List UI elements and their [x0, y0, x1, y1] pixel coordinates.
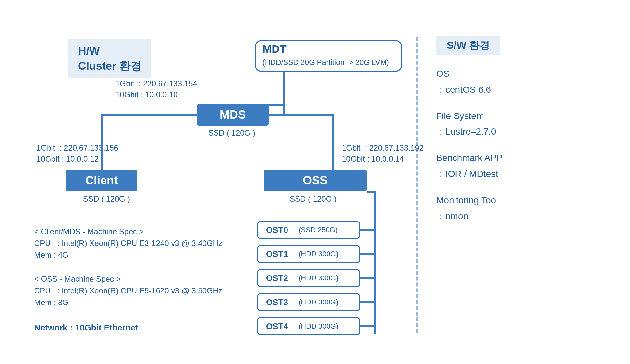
mds-node: MDS	[197, 104, 269, 126]
connector	[360, 229, 374, 231]
connector	[374, 191, 376, 334]
client-node: Client	[66, 170, 137, 191]
hw-title: H/W Cluster 환경	[68, 39, 151, 78]
mdt-subtitle: (HDD/SSD 20G Partition -> 20G LVM)	[262, 58, 389, 67]
mdt-title: MDT	[262, 43, 287, 55]
hw-title-line1: H/W	[78, 44, 142, 59]
sw-os-heading: OS	[436, 67, 503, 81]
ost-spec: (HDD 300G)	[299, 250, 338, 258]
connector	[360, 325, 374, 327]
oss-node: OSS	[264, 170, 367, 191]
connector	[332, 114, 334, 170]
oss-spec: < OSS - Machine Spec > CPU : Intel(R) Xe…	[34, 273, 222, 308]
mds-storage: SSD ( 120G )	[208, 128, 255, 138]
ost-spec: (SSD 250G)	[299, 226, 338, 234]
connector	[283, 72, 285, 116]
connector	[269, 114, 334, 116]
ost-node: OST0 (SSD 250G)	[257, 221, 360, 239]
ost-node: OST3 (HDD 300G)	[257, 293, 360, 311]
hw-title-line2: Cluster 환경	[78, 59, 142, 74]
vertical-divider	[416, 37, 418, 333]
mds-network-label: 1Gbit : 220.67.133.154 10Gbit : 10.0.0.1…	[116, 78, 197, 100]
ost-node: OST4 (HDD 300G)	[257, 317, 360, 335]
ost-name: OST2	[266, 273, 299, 283]
sw-mon-value: ：nmon	[436, 209, 503, 224]
ost-node: OST2 (HDD 300G)	[257, 269, 360, 287]
mdt-node: MDT (HDD/SSD 20G Partition -> 20G LVM)	[255, 40, 402, 72]
ost-spec: (HDD 300G)	[299, 274, 338, 282]
sw-title: S/W 환경	[436, 36, 500, 55]
sw-app-heading: Benchmark APP	[436, 151, 503, 166]
ost-name: OST0	[266, 225, 299, 235]
client-mds-spec: < Client/MDS - Machine Spec > CPU : Inte…	[34, 226, 222, 261]
sw-app-value: ：IOR / MDtest	[436, 167, 503, 182]
diagram-canvas: H/W Cluster 환경 S/W 환경 OS ：centOS 6.6 Fil…	[0, 0, 630, 364]
client-label: Client	[85, 174, 118, 187]
sw-env-list: OS ：centOS 6.6 File System ：Lustre–2.7.0…	[436, 67, 503, 223]
oss-network-label: 1Gbit : 220.67.133.192 10Gbit : 10.0.0.1…	[342, 142, 424, 164]
connector	[101, 114, 103, 170]
sw-fs-value: ：Lustre–2.7.0	[436, 125, 503, 139]
ost-node: OST1 (HDD 300G)	[257, 245, 360, 263]
client-network-label: 1Gbit : 220.67.133.156 10Gbit : 10.0.0.1…	[36, 142, 118, 164]
ost-name: OST3	[266, 297, 299, 307]
ost-spec: (HDD 300G)	[299, 322, 338, 330]
connector	[360, 253, 374, 255]
connector	[232, 104, 285, 106]
ost-spec: (HDD 300G)	[299, 298, 338, 306]
oss-storage: SSD ( 120G )	[290, 195, 337, 204]
mds-label: MDS	[220, 108, 246, 122]
sw-os-value: ：centOS 6.6	[436, 83, 503, 97]
network-label: Network : 10Gbit Ethernet	[34, 323, 138, 333]
sw-mon-heading: Monitoring Tool	[436, 193, 503, 208]
connector	[367, 191, 376, 193]
connector	[360, 301, 374, 303]
ost-name: OST1	[266, 249, 299, 259]
client-storage: SSD ( 120G )	[83, 195, 130, 204]
connector	[101, 114, 197, 116]
connector	[360, 277, 374, 279]
oss-label: OSS	[303, 174, 328, 187]
sw-fs-heading: File System	[436, 109, 503, 124]
ost-list: OST0 (SSD 250G) OST1 (HDD 300G) OST2 (HD…	[257, 221, 360, 342]
ost-name: OST4	[266, 321, 299, 331]
